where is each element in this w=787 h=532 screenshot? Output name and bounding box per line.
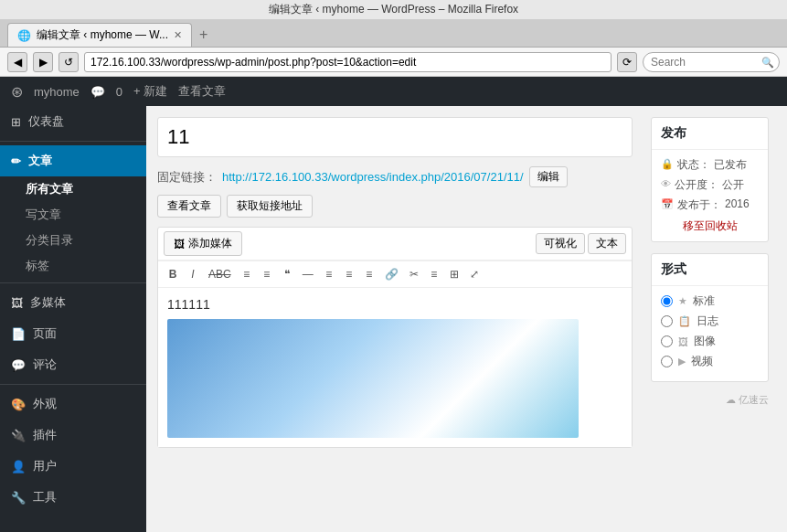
publish-date-value: 2016 [725, 197, 750, 210]
posts-label: 文章 [28, 153, 52, 169]
new-tab-button[interactable]: + [192, 23, 215, 47]
view-post-link[interactable]: 查看文章 [178, 83, 226, 100]
sidebar: ⊞ 仪表盘 ✏ 文章 所有文章 写文章 分类目录 标签 🖼 [0, 106, 146, 532]
sidebar-item-appearance[interactable]: 🎨 外观 [0, 388, 146, 420]
strikethrough-button[interactable]: ABC [204, 265, 236, 283]
brand-footer: ☁ 亿速云 [651, 393, 769, 407]
insert-more-button[interactable]: ≡ [425, 265, 443, 283]
editor-content[interactable]: 111111 [158, 288, 632, 447]
format-standard[interactable]: ★ 标准 [661, 293, 759, 309]
sidebar-item-users[interactable]: 👤 用户 [0, 451, 146, 482]
users-label: 用户 [33, 458, 57, 474]
browser-tab[interactable]: 🌐 编辑文章 ‹ myhome — W... ✕ [7, 23, 192, 47]
comments-icon: 💬 [11, 358, 26, 372]
media-label: 多媒体 [30, 294, 66, 311]
publish-box-content: 🔒 状态： 已发布 👁 公开度： 公开 📅 发布于： 2016 [652, 150, 768, 241]
dashboard-label: 仪表盘 [28, 113, 64, 130]
blockquote-button[interactable]: ❝ [278, 265, 296, 283]
window-title: 编辑文章 ‹ myhome — WordPress – Mozilla Fire… [269, 2, 518, 17]
main-and-sidebar: 固定链接： http://172.16.100.33/wordpress/ind… [146, 106, 787, 532]
sidebar-item-dashboard[interactable]: ⊞ 仪表盘 [0, 106, 146, 137]
format-diary[interactable]: 📋 日志 [661, 314, 759, 329]
align-right-button[interactable]: ≡ [360, 265, 378, 283]
pages-icon: 📄 [11, 327, 26, 341]
unordered-list-button[interactable]: ≡ [238, 265, 256, 283]
format-video[interactable]: ▶ 视频 [661, 354, 759, 369]
sidebar-sub-write-post[interactable]: 写文章 [0, 202, 146, 228]
posts-icon: ✏ [11, 154, 21, 168]
editor-wrapper: 🖼 添加媒体 可视化 文本 B I ABC ≡ [157, 227, 633, 448]
video-icon: ▶ [678, 356, 686, 367]
ordered-list-button[interactable]: ≡ [258, 265, 276, 283]
horizontal-rule-button[interactable]: — [298, 265, 318, 283]
publish-date-row: 📅 发布于： 2016 [661, 197, 759, 213]
format-image-label: 图像 [694, 334, 716, 349]
admin-top-bar: ⊛ myhome 💬 0 + 新建 查看文章 [0, 77, 787, 106]
sidebar-item-comments[interactable]: 💬 评论 [0, 349, 146, 380]
new-post-button[interactable]: + 新建 [133, 83, 167, 100]
wp-logo-icon[interactable]: ⊛ [11, 83, 23, 101]
get-shortlink-button[interactable]: 获取短接地址 [227, 195, 313, 218]
sidebar-divider-3 [0, 384, 146, 385]
add-media-button[interactable]: 🖼 添加媒体 [164, 231, 242, 256]
sidebar-sub-all-posts[interactable]: 所有文章 [0, 176, 146, 202]
tools-label: 工具 [33, 489, 57, 505]
format-image[interactable]: 🖼 图像 [661, 334, 759, 349]
post-title-input[interactable] [157, 117, 633, 157]
fullscreen-button[interactable]: ⤢ [465, 265, 484, 283]
tools-icon: 🔧 [11, 491, 26, 505]
trash-link[interactable]: 移至回收站 [661, 218, 759, 234]
publish-date-label: 发布于： [677, 197, 721, 213]
bold-button[interactable]: B [164, 265, 182, 283]
format-image-radio[interactable] [661, 335, 673, 347]
status-row: 🔒 状态： 已发布 [661, 157, 759, 173]
search-input[interactable] [643, 52, 780, 72]
permalink-edit-button[interactable]: 编辑 [529, 166, 568, 187]
remove-link-button[interactable]: ✂ [405, 265, 423, 283]
align-center-button[interactable]: ≡ [340, 265, 358, 283]
tab-label: 编辑文章 ‹ myhome — W... [37, 27, 168, 43]
users-icon: 👤 [11, 460, 26, 473]
tab-bar: 🌐 编辑文章 ‹ myhome — W... ✕ + [0, 20, 787, 48]
insert-link-button[interactable]: 🔗 [380, 265, 403, 283]
format-diary-radio[interactable] [661, 315, 673, 327]
add-media-label: 添加媒体 [188, 236, 232, 251]
visibility-label: 公开度： [675, 177, 718, 193]
close-icon[interactable]: ✕ [174, 29, 182, 41]
format-diary-label: 日志 [697, 314, 718, 329]
reload-button[interactable]: ⟳ [617, 52, 637, 72]
sidebar-item-plugins[interactable]: 🔌 插件 [0, 420, 146, 451]
sidebar-item-tools[interactable]: 🔧 工具 [0, 482, 146, 513]
insert-table-button[interactable]: ⊞ [445, 265, 463, 283]
visual-tab[interactable]: 可视化 [536, 233, 585, 254]
sidebar-item-pages[interactable]: 📄 页面 [0, 318, 146, 349]
media-add-icon: 🖼 [174, 238, 185, 250]
calendar-icon: 📅 [661, 198, 674, 210]
standard-icon: ★ [678, 295, 687, 307]
forward-button[interactable]: ▶ [33, 52, 53, 72]
view-post-button[interactable]: 查看文章 [157, 195, 221, 218]
format-video-radio[interactable] [661, 356, 673, 367]
sidebar-item-media[interactable]: 🖼 多媒体 [0, 287, 146, 318]
text-tab[interactable]: 文本 [588, 233, 626, 254]
refresh-button[interactable]: ↺ [58, 52, 79, 72]
format-box: 形式 ★ 标准 📋 日志 [651, 253, 769, 382]
appearance-icon: 🎨 [11, 398, 26, 411]
align-left-button[interactable]: ≡ [320, 265, 338, 283]
permalink-url[interactable]: http://172.16.100.33/wordpress/index.php… [222, 170, 524, 184]
nav-bar: ◀ ▶ ↺ ⟳ 🔍 [0, 48, 787, 77]
sidebar-sub-categories[interactable]: 分类目录 [0, 228, 146, 253]
visibility-row: 👁 公开度： 公开 [661, 177, 759, 193]
url-bar[interactable] [84, 52, 612, 72]
admin-site-link[interactable]: myhome [34, 85, 80, 99]
format-standard-radio[interactable] [661, 295, 673, 307]
back-button[interactable]: ◀ [7, 52, 27, 72]
italic-button[interactable]: I [184, 265, 202, 283]
sidebar-divider-1 [0, 141, 146, 142]
format-box-content: ★ 标准 📋 日志 🖼 图像 [652, 286, 768, 381]
sidebar-item-posts[interactable]: ✏ 文章 [0, 145, 146, 176]
visibility-icon: 👁 [661, 178, 671, 189]
dashboard-icon: ⊞ [11, 115, 21, 129]
comments-label: 评论 [33, 356, 57, 373]
sidebar-sub-tags[interactable]: 标签 [0, 253, 146, 279]
